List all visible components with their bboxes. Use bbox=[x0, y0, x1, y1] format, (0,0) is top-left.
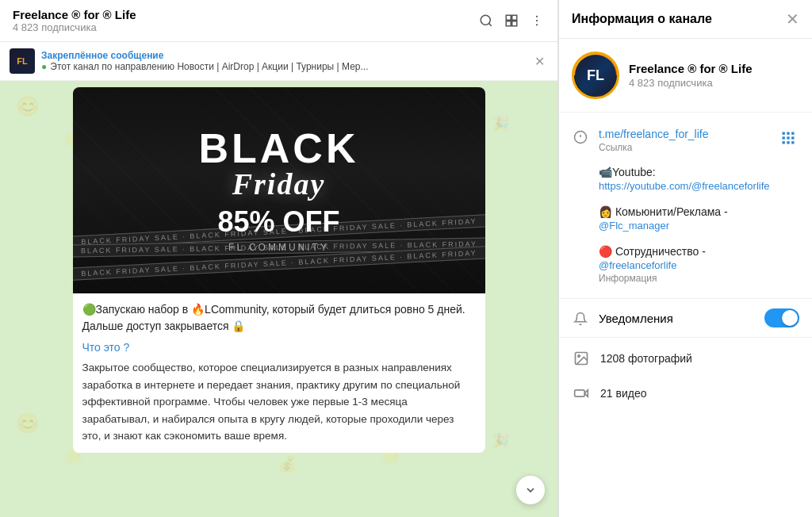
channel-profile: FL Freelance ® for ® Life 4 823 подписчи… bbox=[559, 39, 812, 113]
notifications-label: Уведомления bbox=[599, 312, 673, 325]
scroll-down-button[interactable] bbox=[516, 476, 545, 504]
bf-community-text: FL COMMUNITY bbox=[228, 242, 329, 253]
svg-point-6 bbox=[536, 16, 538, 17]
pinned-message-bar[interactable]: FL Закреплённое сообщение ●Этот канал по… bbox=[0, 42, 557, 81]
message-block: BLACK Friday 85% OFF FL COMMUNITY BLACK … bbox=[0, 81, 557, 459]
pinned-label: Закреплённое сообщение bbox=[41, 50, 525, 61]
videos-icon bbox=[572, 384, 591, 403]
pinned-close-button[interactable]: ✕ bbox=[531, 51, 548, 72]
community-info-content: 👩 Комьюнити/Реклама - @Flc_manager bbox=[599, 205, 799, 232]
info-sublabel: Информация bbox=[599, 273, 799, 284]
pinned-thumbnail: FL bbox=[10, 48, 35, 74]
right-panel-close-button[interactable]: ✕ bbox=[786, 11, 799, 27]
notifications-row: Уведомления bbox=[559, 299, 812, 338]
channel-link[interactable]: t.me/freelance_for_life bbox=[599, 128, 709, 140]
partner-label: 🔴 Сотрудничество - bbox=[599, 245, 799, 258]
chat-subscriber-count: 4 823 подписчика bbox=[13, 21, 478, 33]
left-panel: Freelance ® for ® Life 4 823 подписчика bbox=[0, 0, 558, 517]
partner-handle[interactable]: @freelanceforlife bbox=[599, 259, 676, 271]
qr-code-icon[interactable] bbox=[777, 127, 799, 149]
bf-off-text: 85% OFF bbox=[217, 205, 339, 239]
search-icon[interactable] bbox=[478, 13, 494, 29]
chat-title: Freelance ® for ® Life bbox=[13, 8, 478, 21]
youtube-url[interactable]: https://youtube.com/@freelanceforlife bbox=[599, 180, 770, 192]
channel-profile-info: Freelance ® for ® Life 4 823 подписчика bbox=[629, 62, 752, 89]
svg-rect-20 bbox=[791, 141, 794, 144]
black-friday-image: BLACK Friday 85% OFF FL COMMUNITY BLACK … bbox=[73, 87, 485, 293]
svg-rect-15 bbox=[783, 136, 785, 139]
community-handle[interactable]: @Flc_manager bbox=[599, 220, 669, 232]
videos-count: 21 видео bbox=[600, 387, 646, 400]
right-panel: Информация о канале ✕ FL Freelance ® for… bbox=[558, 0, 812, 517]
message-bubble-main: 🟢Запускаю набор в 🔥LCommunity, который б… bbox=[73, 293, 485, 453]
chat-body[interactable]: BLACK Friday 85% OFF FL COMMUNITY BLACK … bbox=[0, 81, 557, 517]
svg-point-0 bbox=[481, 15, 490, 25]
green-dot-icon: ● bbox=[41, 61, 47, 72]
community-info-row: 👩 Комьюнити/Реклама - @Flc_manager bbox=[572, 201, 799, 237]
photos-count: 1208 фотографий bbox=[600, 352, 692, 365]
right-panel-header: Информация о канале ✕ bbox=[559, 0, 812, 39]
right-panel-title: Информация о канале bbox=[572, 12, 712, 26]
youtube-label: 📹Youtube: bbox=[599, 166, 799, 178]
channel-avatar-inner: FL bbox=[575, 55, 616, 96]
svg-rect-17 bbox=[791, 136, 794, 139]
pinned-content: Закреплённое сообщение ●Этот канал по на… bbox=[41, 50, 525, 72]
header-actions bbox=[478, 13, 545, 29]
svg-line-1 bbox=[488, 23, 491, 25]
more-options-icon[interactable] bbox=[529, 13, 545, 29]
pinned-text: ●Этот канал по направлению Новости | Air… bbox=[41, 61, 525, 72]
channel-subscribers: 4 823 подписчика bbox=[629, 77, 752, 89]
link-info-row: t.me/freelance_for_life Ссылка bbox=[572, 122, 799, 158]
svg-point-8 bbox=[536, 24, 538, 25]
videos-row[interactable]: 21 видео bbox=[559, 376, 812, 411]
svg-rect-4 bbox=[506, 21, 511, 26]
message-main-text: 🟢Запускаю набор в 🔥LCommunity, который б… bbox=[82, 301, 476, 335]
partner-info-row: 🔴 Сотрудничество - @freelanceforlife Инф… bbox=[572, 240, 799, 289]
svg-rect-13 bbox=[787, 132, 789, 135]
bf-friday-text: Friday bbox=[232, 169, 326, 199]
bf-black-text: BLACK bbox=[199, 128, 359, 169]
svg-point-7 bbox=[536, 20, 538, 21]
notifications-toggle[interactable] bbox=[764, 308, 799, 327]
partner-info-content: 🔴 Сотрудничество - @freelanceforlife Инф… bbox=[599, 245, 799, 284]
message-body-text: Закрытое сообщество, которое специализир… bbox=[82, 359, 476, 445]
photos-row[interactable]: 1208 фотографий bbox=[559, 341, 812, 376]
svg-rect-23 bbox=[575, 390, 585, 396]
info-circle-icon bbox=[572, 128, 589, 146]
svg-rect-2 bbox=[506, 15, 511, 20]
bell-icon bbox=[572, 310, 589, 327]
svg-point-22 bbox=[578, 355, 580, 358]
layout-icon[interactable] bbox=[504, 13, 519, 29]
youtube-info-row: 📹Youtube: https://youtube.com/@freelance… bbox=[572, 161, 799, 197]
svg-rect-19 bbox=[787, 141, 789, 144]
channel-name: Freelance ® for ® Life bbox=[629, 62, 752, 75]
media-section: 1208 фотографий 21 видео bbox=[559, 338, 812, 414]
link-sublabel: Ссылка bbox=[599, 142, 768, 153]
svg-rect-3 bbox=[512, 15, 517, 20]
community-label: 👩 Комьюнити/Реклама - bbox=[599, 205, 799, 218]
svg-rect-12 bbox=[783, 132, 785, 135]
svg-rect-16 bbox=[787, 136, 789, 139]
notifications-left: Уведомления bbox=[572, 308, 673, 327]
svg-rect-18 bbox=[783, 141, 785, 144]
link-info-section: t.me/freelance_for_life Ссылка 📹Youtube:… bbox=[559, 113, 812, 299]
link-info-content: t.me/freelance_for_life Ссылка bbox=[599, 127, 768, 153]
youtube-info-content: 📹Youtube: https://youtube.com/@freelance… bbox=[599, 166, 799, 193]
chat-header: Freelance ® for ® Life 4 823 подписчика bbox=[0, 0, 557, 42]
svg-rect-14 bbox=[791, 132, 794, 135]
photos-icon bbox=[572, 349, 591, 368]
channel-avatar: FL bbox=[572, 52, 619, 99]
chat-header-info: Freelance ® for ® Life 4 823 подписчика bbox=[13, 8, 478, 33]
what-is-link[interactable]: Что это ? bbox=[82, 339, 476, 356]
svg-rect-5 bbox=[512, 21, 517, 26]
